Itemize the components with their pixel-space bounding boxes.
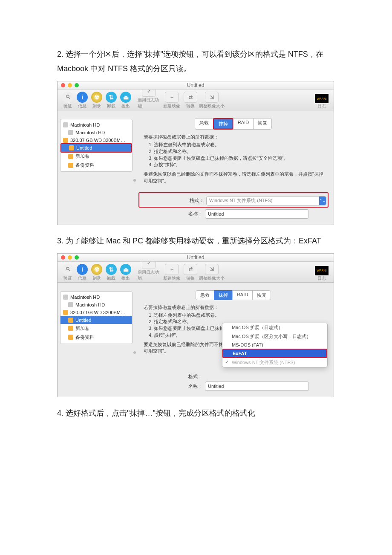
dropdown-option-exfat[interactable]: ExFAT — [223, 350, 326, 357]
format-select[interactable]: Windows NT 文件系统 (NTFS) ⌃⌄ — [206, 196, 326, 205]
name-input-2[interactable]: Untitled — [205, 382, 309, 391]
eject-button[interactable]: ⏏ 推出 — [119, 92, 133, 109]
eject-button[interactable]: ⏏推出 — [119, 264, 133, 281]
titlebar: Untitled — [58, 81, 334, 90]
resize-dot-icon[interactable] — [133, 351, 136, 354]
sidebar-item-newvol[interactable]: 新加卷 — [61, 324, 132, 333]
screenshot-1: Untitled 验证 i 信息 ☢ 刻录 ⇅ 卸载 ⏏ 推出 — [57, 81, 334, 225]
verify-button[interactable]: 验证 — [61, 264, 75, 281]
resize-image-button[interactable]: ⇲ 调整映像大小 — [198, 92, 225, 109]
svg-line-3 — [69, 269, 70, 271]
burn-button[interactable]: ☢ 刻录 — [90, 92, 104, 109]
format-dropdown: Mac OS 扩展（日志式） Mac OS 扩展（区分大小写，日志式） MS-D… — [222, 323, 328, 367]
dropdown-option-macos-case[interactable]: Mac OS 扩展（区分大小写，日志式） — [222, 332, 327, 341]
chevron-up-down-icon: ⌃⌄ — [319, 197, 326, 205]
tab-erase[interactable]: 抹掉 — [214, 290, 233, 300]
convert-button[interactable]: ⇄转换 — [184, 264, 197, 281]
sidebar-item-untitled[interactable]: Untitled — [61, 144, 131, 152]
dropdown-option-ntfs[interactable]: Windows NT 文件系统 (NTFS) — [222, 358, 327, 367]
log-button[interactable]: WARNI日志 — [313, 266, 330, 281]
window-title: Untitled — [58, 82, 334, 88]
sidebar-item-newvol[interactable]: 新加卷 — [61, 152, 132, 161]
verify-button[interactable]: 验证 — [61, 92, 75, 109]
toolbar-2: 验证 i信息 ☢刻录 ⇅卸载 ⏏推出 ✓启用日志功能 ＋新建映像 ⇄转换 ⇲调整… — [58, 262, 334, 283]
format-label: 格式： — [141, 197, 204, 204]
tab-erase[interactable]: 抹掉 — [214, 119, 233, 129]
dropdown-option-macos-journaled[interactable]: Mac OS 扩展（日志式） — [222, 323, 327, 332]
step4-text: 4. 选好格式后，点击"抹掉…"按钮，完成分区格式的格式化 — [57, 406, 341, 420]
tab-first-aid[interactable]: 急救 — [196, 290, 214, 300]
log-button[interactable]: WARNI 日志 — [313, 94, 330, 109]
new-image-button[interactable]: ＋新建映像 — [161, 264, 183, 281]
name-label: 名称： — [139, 211, 202, 217]
step2-text: 2. 选择一个分区后，选择"抹掉"选项按钮，可以看到该分区的格式是 NTFS，在… — [57, 47, 341, 76]
format-label-2: 格式： — [139, 373, 202, 380]
name-label-2: 名称： — [139, 383, 202, 390]
sidebar-item-backup[interactable]: 备份资料 — [61, 333, 132, 342]
svg-line-1 — [69, 97, 70, 99]
toolbar: 验证 i 信息 ☢ 刻录 ⇅ 卸载 ⏏ 推出 ✓ 启用日志功能 — [58, 90, 334, 110]
info-button[interactable]: i 信息 — [75, 92, 89, 109]
tab-raid[interactable]: RAID — [233, 118, 254, 130]
convert-button[interactable]: ⇄ 转换 — [184, 92, 197, 109]
sidebar-item-hd1[interactable]: Macintosh HD — [61, 121, 132, 129]
sidebar-item-hd2[interactable]: Macintosh HD — [61, 301, 132, 309]
name-input[interactable]: Untitled — [205, 209, 309, 219]
step3-text: 3. 为了能够让 Mac 和 PC 都能够实用移动硬盘，重新选择分区格式为：Ex… — [57, 234, 341, 248]
tab-raid[interactable]: RAID — [232, 290, 253, 300]
titlebar-2: Untitled — [58, 254, 334, 262]
window-title-2: Untitled — [58, 254, 334, 260]
new-image-button[interactable]: ＋ 新建映像 — [161, 92, 183, 109]
resize-image-button[interactable]: ⇲调整映像大小 — [198, 264, 225, 281]
sidebar-item-untitled[interactable]: Untitled — [61, 316, 132, 324]
dropdown-option-msdos[interactable]: MS-DOS (FAT) — [222, 341, 327, 349]
instructions: 若要抹掉磁盘或宗卷上的所有数据： 选择左侧列表中的磁盘或宗卷。 指定格式和名称。… — [139, 134, 328, 184]
sidebar-item-ext[interactable]: 320.07 GB WD 3200BM… — [61, 309, 132, 316]
screenshot-2: Untitled 验证 i信息 ☢刻录 ⇅卸载 ⏏推出 ✓启用日志功能 ＋新建映… — [57, 253, 334, 397]
sidebar: Macintosh HD Macintosh HD 320.07 GB WD 3… — [58, 110, 135, 224]
unmount-button[interactable]: ⇅卸载 — [104, 264, 118, 281]
resize-dot-icon[interactable] — [133, 179, 136, 182]
unmount-button[interactable]: ⇅ 卸载 — [104, 92, 118, 109]
content-pane: 急救 抹掉 RAID 恢复 若要抹掉磁盘或宗卷上的所有数据： 选择左侧列表中的磁… — [135, 110, 334, 224]
tab-first-aid[interactable]: 急救 — [195, 118, 213, 130]
sidebar-item-hd2[interactable]: Macintosh HD — [61, 129, 132, 136]
tab-restore[interactable]: 恢复 — [253, 118, 272, 130]
sidebar-item-hd1[interactable]: Macintosh HD — [61, 293, 132, 301]
burn-button[interactable]: ☢刻录 — [90, 264, 104, 281]
tab-restore[interactable]: 恢复 — [252, 290, 271, 300]
info-button[interactable]: i信息 — [75, 264, 89, 281]
sidebar-item-backup[interactable]: 备份资料 — [61, 161, 132, 170]
